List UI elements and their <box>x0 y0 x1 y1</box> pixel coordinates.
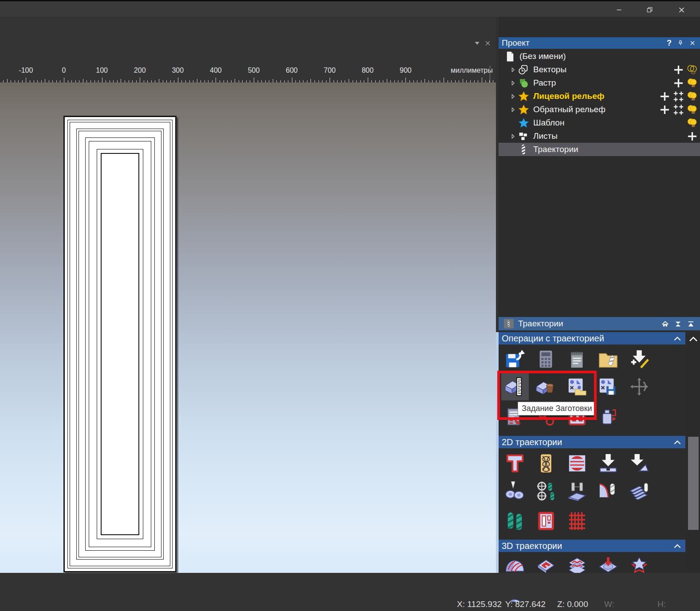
tool-spiral-pair-button[interactable] <box>505 511 525 531</box>
tool-area-clear-button[interactable] <box>567 453 587 474</box>
bulb-icon[interactable] <box>686 90 698 102</box>
chevron-up-icon[interactable] <box>673 542 682 551</box>
ruler-tick <box>132 80 133 82</box>
bulb-icon[interactable] <box>686 117 698 129</box>
ruler-tick <box>459 80 459 82</box>
tool-calculator-button[interactable] <box>536 349 556 369</box>
ruler-tick <box>174 80 174 82</box>
collapse-down-icon[interactable] <box>674 320 682 328</box>
caret-down-icon[interactable] <box>474 40 480 47</box>
help-icon[interactable]: ? <box>667 37 672 49</box>
ruler-label: 400 <box>205 67 226 74</box>
ruler-label: 800 <box>357 67 378 74</box>
ruler-tick <box>303 80 303 82</box>
close-button[interactable] <box>671 3 692 17</box>
tool-vcarve-button[interactable] <box>629 453 649 474</box>
ruler-caret <box>490 66 490 82</box>
status-x-coordinate: X: 1125.932 <box>457 599 502 609</box>
bulb-icon[interactable] <box>686 77 698 89</box>
maximize-button[interactable] <box>639 3 660 17</box>
ruler-tick <box>224 80 224 82</box>
canvas-float-controls <box>474 37 496 49</box>
pin-icon[interactable] <box>677 40 684 46</box>
ruler-tick <box>212 80 212 82</box>
chevron-up-icon[interactable] <box>673 334 682 343</box>
status-bar: X: 1125.932 Y: 827.642 Z: 0.000 W: H: <box>0 573 700 611</box>
ruler-tick <box>181 80 182 82</box>
ruler-label: 0 <box>53 67 75 74</box>
project-item-листы[interactable]: Листы <box>499 129 700 143</box>
tool-raise-stack-button[interactable] <box>629 481 649 501</box>
section-header-3d-toolpaths[interactable]: 3D траектории <box>499 540 685 552</box>
home-icon[interactable] <box>661 320 669 328</box>
expander-icon[interactable] <box>510 80 516 86</box>
ruler-tick <box>288 80 288 82</box>
tool-template-floppy-button[interactable] <box>598 376 618 397</box>
project-item-лицевой-рельеф[interactable]: Лицевой рельеф <box>499 90 700 103</box>
tool-inlay-button[interactable] <box>567 481 587 501</box>
bulb-outline-icon[interactable] <box>686 64 698 76</box>
tool-dome-3d-button-clipped[interactable] <box>505 591 525 602</box>
dome-3d-icon <box>505 591 525 602</box>
plus-grid-icon[interactable] <box>672 104 684 116</box>
expander-icon[interactable] <box>510 94 516 99</box>
tool-texture-weave-button[interactable] <box>536 453 556 474</box>
ruler-tick <box>30 80 30 82</box>
tool-profile-cut-button[interactable] <box>598 453 618 474</box>
door-panel-rect-8[interactable] <box>101 153 139 535</box>
ruler-tick <box>387 79 387 82</box>
profile-cut-icon <box>598 453 618 474</box>
ruler-tick <box>326 80 326 82</box>
expander-icon[interactable] <box>510 67 516 73</box>
design-canvas[interactable]: миллиметры -1000100200300400500600700800… <box>0 17 496 573</box>
tool-profile-curve-button[interactable] <box>598 481 618 501</box>
tool-notes-button[interactable] <box>567 349 587 369</box>
tool-grid-weave-button[interactable] <box>567 511 587 531</box>
plus-icon[interactable] <box>672 64 684 76</box>
ruler-label: 200 <box>129 67 150 74</box>
expander-icon[interactable] <box>510 133 516 139</box>
project-item-обратный-рельеф[interactable]: Обратный рельеф <box>499 103 700 116</box>
plus-icon[interactable] <box>672 77 684 89</box>
section-header-2d-toolpaths[interactable]: 2D траектории <box>499 436 685 448</box>
tool-save-toolpath-button[interactable] <box>505 349 525 369</box>
ruler-tick <box>360 80 361 82</box>
chevron-up-icon[interactable] <box>673 438 682 447</box>
panel-scrollbar[interactable] <box>687 332 700 611</box>
project-item-траектории[interactable]: Траектории <box>499 143 700 156</box>
close-icon[interactable] <box>484 40 491 47</box>
restore-icon <box>646 6 653 14</box>
ruler-tick <box>334 80 334 82</box>
scrollbar-thumb[interactable] <box>688 437 699 530</box>
ruler-tick <box>235 79 235 82</box>
tool-spray-can-button[interactable] <box>598 407 618 427</box>
vectors-icon <box>518 64 529 75</box>
project-item-растр[interactable]: Растр <box>499 76 700 90</box>
project-item--без-имени-[interactable]: (Без имени) <box>499 50 700 63</box>
expander-icon[interactable] <box>510 107 516 113</box>
door-panel-vectors[interactable] <box>63 116 177 572</box>
tool-text-engrave-button[interactable] <box>505 453 525 474</box>
tool-door-frame-button[interactable] <box>536 511 556 531</box>
tool-folder-drill-button[interactable] <box>598 349 618 369</box>
close-icon[interactable] <box>689 40 696 46</box>
section-header-toolpath-operations[interactable]: Операции с траекторией <box>499 332 685 345</box>
minimize-button[interactable] <box>609 3 629 17</box>
tool-import-tool-button[interactable] <box>629 349 649 369</box>
plus-icon[interactable] <box>686 130 698 142</box>
plus-icon[interactable] <box>659 90 671 102</box>
inlay-icon <box>567 481 587 501</box>
project-item-векторы[interactable]: Векторы <box>499 63 700 76</box>
scroll-up-icon[interactable] <box>688 334 699 345</box>
tool-engrave-letters-button[interactable] <box>505 481 525 501</box>
area-clear-icon <box>567 453 587 474</box>
tool-drill-holes-button[interactable] <box>536 481 556 501</box>
collapse-up-icon[interactable] <box>687 320 695 328</box>
ruler-tick <box>371 80 372 82</box>
plus-grid-icon[interactable] <box>672 90 684 102</box>
tool-transform-move-button[interactable] <box>629 376 649 397</box>
project-item-шаблон[interactable]: Шаблон <box>499 116 700 129</box>
bulb-icon[interactable] <box>686 104 698 116</box>
canvas-viewport[interactable] <box>0 82 496 573</box>
plus-icon[interactable] <box>659 104 671 116</box>
